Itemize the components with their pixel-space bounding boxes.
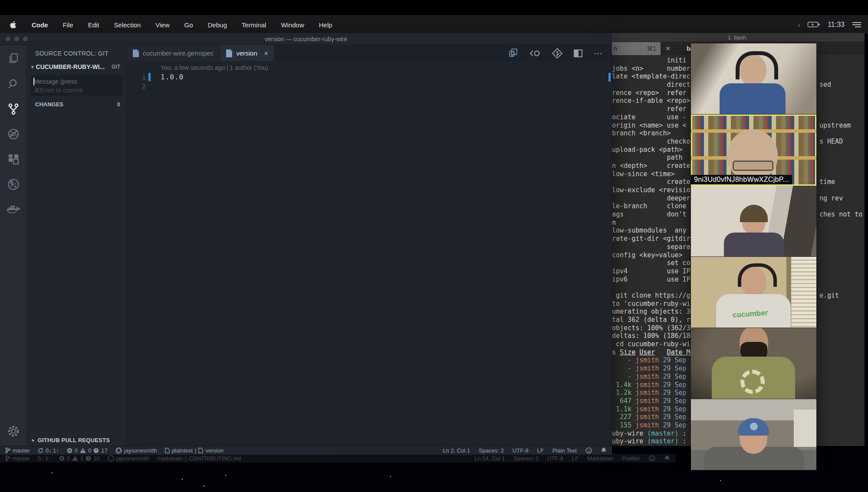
tab-cucumber-wire-gemspec[interactable]: cucumber-wire.gemspec	[127, 45, 220, 61]
open-changes-icon[interactable]	[509, 49, 518, 58]
code-line-2[interactable]: 2	[127, 82, 612, 91]
video-tile-bald-man-bookshelf[interactable]: 9ni3Ud0vfNJ8hbWwXZCjbP...	[691, 115, 816, 186]
github-pull-requests-section[interactable]: ▸ GITHUB PULL REQUESTS	[27, 434, 126, 446]
extensions-icon[interactable]	[6, 152, 21, 167]
editor-tab-bar: cucumber-wire.gemspec version ×	[127, 45, 612, 61]
status-bar: master 0↓ 1↑ 0 0 17 jaysonesmith plainte…	[0, 446, 612, 455]
ghost-branch: master	[5, 455, 30, 462]
participant-head	[742, 208, 766, 235]
repo-provider-badge: GIT	[112, 64, 120, 70]
expand-twistie-icon[interactable]: ▾	[31, 64, 34, 70]
notifications-bell-icon[interactable]	[601, 447, 607, 454]
tab-version[interactable]: version ×	[220, 45, 274, 61]
editor-body[interactable]: You, a few seconds ago | 1 author (You) …	[127, 61, 612, 446]
menubar-back-chevron[interactable]: ‹	[798, 21, 800, 29]
terminal-line-fragment: e.git	[819, 292, 839, 299]
video-tile-woman-light-room[interactable]	[691, 186, 816, 257]
branch-icon	[5, 447, 10, 453]
pr-doc-indicator[interactable]: plaintext | version	[165, 447, 224, 454]
menu-item-code[interactable]: Code	[32, 21, 48, 29]
git-change-gutter	[148, 82, 151, 90]
changes-count-badge: 0	[117, 101, 120, 108]
editor-group: cucumber-wire.gemspec version ×	[127, 45, 612, 446]
warning-icon	[80, 448, 86, 453]
battery-icon[interactable]	[808, 22, 820, 28]
participant-head	[741, 267, 766, 297]
message-placeholder-line2: ⌘Enter to commit	[34, 86, 119, 95]
vscode-titlebar: version — cucumber-ruby-wire	[0, 33, 612, 45]
menu-item-window[interactable]: Window	[281, 21, 304, 29]
cursor-position[interactable]: Ln 2, Col 1	[443, 447, 470, 454]
split-editor-icon[interactable]	[574, 49, 582, 57]
menu-list-icon[interactable]	[852, 22, 861, 28]
branch-indicator[interactable]: master	[5, 447, 30, 454]
menu-item-go[interactable]: Go	[184, 21, 193, 29]
close-tab-icon[interactable]: ×	[264, 49, 268, 57]
window-title: version — cucumber-ruby-wire	[0, 36, 612, 43]
participant-name-label: 9ni3Ud0vfNJ8hbWwXZCjbP...	[691, 175, 792, 184]
clock[interactable]: 11:33	[828, 21, 845, 29]
menu-item-view[interactable]: View	[155, 21, 169, 29]
git-change-gutter	[148, 73, 151, 81]
terminal-tab-close-icon[interactable]: ✕	[661, 42, 675, 55]
video-call-strip: 9ni3Ud0vfNJ8hbWwXZCjbP...cucumber	[691, 43, 816, 470]
github-pr-icon[interactable]	[6, 177, 21, 192]
file-icon	[133, 49, 139, 57]
terminal-tab-active[interactable]: h ⌘1	[609, 42, 661, 55]
terminal-line-fragment: ches not to	[819, 210, 862, 218]
files-icon[interactable]	[6, 51, 21, 66]
menu-bar: Code File Edit Selection View Go Debug T…	[0, 0, 868, 34]
commit-message-input[interactable]: Message (press ⌘Enter to commit	[30, 75, 123, 96]
menu-item-help[interactable]: Help	[319, 21, 332, 29]
problems-indicator[interactable]: 0 0 17	[67, 447, 108, 454]
eol-sequence[interactable]: LF	[537, 447, 544, 454]
vscode-window: version — cucumber-ruby-wire	[0, 33, 612, 454]
sync-indicator[interactable]: 0↓ 1↑	[38, 447, 59, 454]
apple-menu-icon[interactable]	[10, 21, 17, 29]
language-mode[interactable]: Plain Text	[552, 447, 577, 454]
sync-icon	[38, 448, 43, 453]
chevron-right-icon: ▸	[32, 437, 35, 443]
source-control-icon[interactable]	[6, 102, 21, 116]
overview-ruler-change-mark	[608, 73, 611, 82]
gear-icon[interactable]	[6, 424, 21, 439]
encoding[interactable]: UTF-8	[513, 447, 529, 454]
menu-item-terminal[interactable]: Terminal	[242, 21, 266, 29]
video-tile-man-headset-white-shirt[interactable]: cucumber	[691, 257, 816, 328]
error-icon	[67, 448, 72, 453]
terminal-line-fragment: s HEAD	[819, 138, 843, 145]
ghost-account: jaysonesmith	[108, 455, 149, 462]
docker-icon[interactable]	[6, 202, 21, 217]
debug-disabled-icon[interactable]	[6, 127, 21, 141]
video-tile-man-with-headphones-blue-shirt[interactable]	[691, 43, 816, 115]
code-line-1[interactable]: 1 1.0.0	[127, 72, 612, 82]
ghost-doc: markdown | CONTRIBUTING.md	[157, 455, 241, 462]
more-actions-icon[interactable]: ⋯	[594, 48, 603, 59]
terminal-tab-shortcut: ⌘1	[647, 45, 656, 52]
participant-head	[740, 422, 767, 454]
open-file-icon[interactable]	[529, 50, 541, 57]
github-icon	[115, 447, 122, 454]
indentation[interactable]: Spaces: 2	[479, 447, 504, 454]
menu-item-debug[interactable]: Debug	[208, 21, 227, 29]
feedback-smiley-icon[interactable]	[585, 447, 592, 454]
file-icon	[165, 448, 170, 453]
repo-tree-item[interactable]: ▾ CUCUMBER-RUBY-WI... GIT	[27, 61, 126, 72]
terminal-titlebar: 1. bash	[609, 33, 865, 42]
video-tile-man-blue-cap-couch[interactable]	[691, 399, 816, 470]
search-icon[interactable]	[6, 76, 21, 91]
menu-item-edit[interactable]: Edit	[88, 21, 99, 29]
info-icon	[93, 448, 99, 453]
video-tile-bearded-man-olive-shirt[interactable]	[691, 328, 816, 399]
ghost-status-bar: master 0↓ 1↑ 0 1 10 jaysonesmith markdow…	[0, 454, 675, 462]
gitlens-icon[interactable]	[552, 48, 562, 59]
terminal-line-fragment: upstream	[819, 121, 851, 129]
changes-section-header[interactable]: CHANGES 0	[27, 98, 126, 111]
ghost-sync: 0↓ 1↑	[38, 455, 51, 462]
message-placeholder-line1: Message (press	[34, 77, 119, 86]
github-account[interactable]: jaysonesmith	[115, 447, 157, 454]
menu-item-selection[interactable]: Selection	[114, 21, 141, 29]
menu-item-file[interactable]: File	[63, 21, 73, 29]
activity-bar	[0, 45, 27, 446]
terminal-line-fragment: sed	[819, 81, 831, 89]
